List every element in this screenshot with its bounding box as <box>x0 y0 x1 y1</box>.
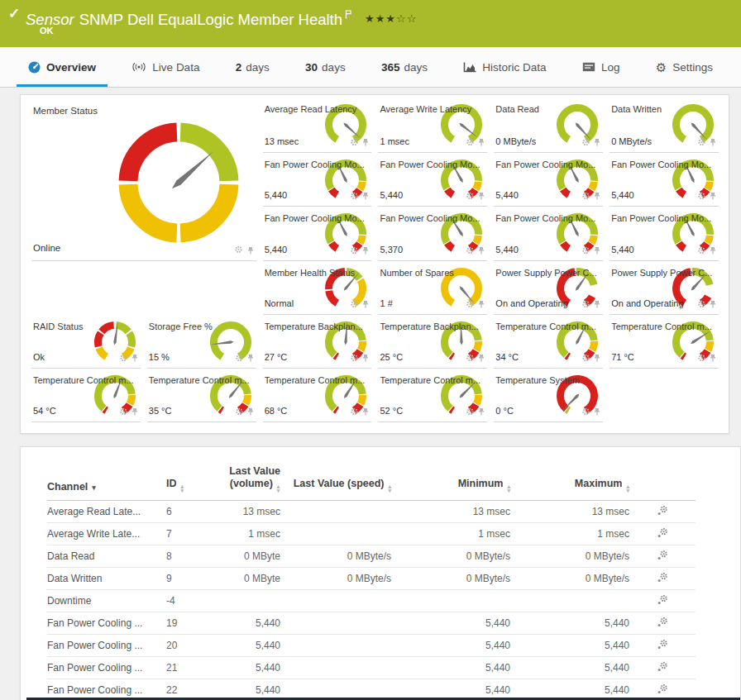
cell-channel[interactable]: Fan Power Cooling ... <box>47 635 166 657</box>
cell-channel[interactable]: Data Read <box>47 545 166 568</box>
gear-icon[interactable] <box>581 136 590 150</box>
tab-2-days[interactable]: 2days <box>232 47 273 87</box>
pin-icon[interactable] <box>593 351 601 366</box>
gauge-tile-temp-control-3[interactable]: Temperature Control m...54 °C <box>31 369 141 422</box>
channel-settings-gear-icon[interactable] <box>657 641 668 653</box>
tab-historic-data[interactable]: Historic Data <box>460 47 549 87</box>
gauge-tile-member-status[interactable]: Member StatusOnline <box>31 98 256 261</box>
gear-icon[interactable] <box>350 351 359 366</box>
pin-icon[interactable] <box>593 405 601 420</box>
pin-icon[interactable] <box>709 244 717 259</box>
tab-log[interactable]: Log <box>579 47 624 87</box>
gauge-tile-temp-control-1[interactable]: Temperature Control m...34 °C <box>494 315 603 369</box>
channel-settings-gear-icon[interactable] <box>657 686 668 698</box>
cell-channel[interactable]: Data Written <box>47 568 166 590</box>
sort-desc-icon[interactable]: ▾ <box>92 483 96 492</box>
tab-live-data[interactable]: Live Data <box>128 47 203 87</box>
table-row[interactable]: Average Read Late...613 msec13 msec13 ms… <box>47 501 696 523</box>
gauge-tile-raid-status[interactable]: RAID StatusOk <box>31 315 141 369</box>
gear-icon[interactable] <box>350 136 359 150</box>
pin-icon[interactable] <box>709 189 717 204</box>
gauge-tile-temp-control-5[interactable]: Temperature Control m...68 °C <box>263 369 372 422</box>
cell-channel[interactable]: Average Read Late... <box>47 501 166 523</box>
pin-icon[interactable] <box>361 136 370 150</box>
table-row[interactable]: Fan Power Cooling ...205,4405,4405,440 <box>47 635 696 657</box>
table-row[interactable]: Data Written90 MByte0 MByte/s0 MByte/s0 … <box>47 568 696 590</box>
pin-icon[interactable] <box>131 405 139 420</box>
column-header-minimum[interactable]: Minimum▴▾ <box>391 460 510 501</box>
gauge-tile-temp-control-4[interactable]: Temperature Control m...35 °C <box>147 369 256 422</box>
gear-icon[interactable] <box>466 189 475 204</box>
pin-icon[interactable] <box>477 298 485 312</box>
pin-icon[interactable] <box>131 351 139 366</box>
gear-icon[interactable] <box>581 298 590 312</box>
table-row[interactable]: Data Read80 MByte0 MByte/s0 MByte/s0 MBy… <box>47 545 696 568</box>
gauge-tile-fan-1[interactable]: Fan Power Cooling Mo...5,440 <box>263 153 372 207</box>
gear-icon[interactable] <box>119 351 128 366</box>
gauge-tile-storage-free[interactable]: Storage Free %15 % <box>147 315 256 369</box>
gear-icon[interactable] <box>350 298 359 312</box>
cell-channel[interactable]: Downtime <box>47 590 166 612</box>
cell-channel[interactable]: Fan Power Cooling ... <box>47 612 166 635</box>
gear-icon[interactable] <box>466 136 475 150</box>
gauge-tile-temp-control-2[interactable]: Temperature Control m...71 °C <box>610 315 719 369</box>
gauge-tile-fan-3[interactable]: Fan Power Cooling Mo...5,440 <box>494 153 603 207</box>
table-row[interactable]: Average Write Late...71 msec1 msec1 msec <box>47 523 696 545</box>
gear-icon[interactable] <box>350 405 359 420</box>
sort-arrows-icon[interactable]: ▴▾ <box>507 485 510 493</box>
gear-icon[interactable] <box>697 298 706 312</box>
gear-icon[interactable] <box>119 405 128 420</box>
table-row[interactable]: Downtime-4 <box>47 590 696 612</box>
gauge-tile-avg-read-latency[interactable]: Average Read Latency13 msec <box>263 98 372 153</box>
tab-overview[interactable]: Overview <box>25 47 99 87</box>
gauge-tile-temp-backplane-2[interactable]: Temperature Backplan...25 °C <box>378 315 487 369</box>
gauge-tile-fan-6[interactable]: Fan Power Cooling Mo...5,370 <box>378 207 487 261</box>
gear-icon[interactable] <box>581 189 590 204</box>
cell-channel[interactable]: Average Write Late... <box>47 523 166 545</box>
gear-icon[interactable] <box>350 189 359 204</box>
gear-icon[interactable] <box>697 244 706 259</box>
pin-icon[interactable] <box>709 136 717 150</box>
table-row[interactable]: Fan Power Cooling ...195,4405,4405,440 <box>47 612 696 635</box>
gauge-tile-avg-write-latency[interactable]: Average Write Latency1 msec <box>378 98 487 153</box>
gauge-tile-fan-5[interactable]: Fan Power Cooling Mo...5,440 <box>263 207 372 261</box>
channel-settings-gear-icon[interactable] <box>657 619 668 631</box>
pin-icon[interactable] <box>246 351 255 366</box>
cell-channel[interactable]: Fan Power Cooling ... <box>47 657 166 679</box>
sort-arrows-icon[interactable]: ▴▾ <box>626 485 629 493</box>
column-header-id[interactable]: ID▴▾ <box>166 460 216 501</box>
column-header-channel[interactable]: Channel▾ <box>47 460 166 501</box>
gauge-tile-fan-7[interactable]: Fan Power Cooling Mo...5,440 <box>494 207 603 261</box>
gauge-tile-data-written[interactable]: Data Written0 MByte/s <box>610 98 719 153</box>
gear-icon[interactable] <box>233 244 244 259</box>
gauge-tile-fan-2[interactable]: Fan Power Cooling Mo...5,440 <box>378 153 487 207</box>
channel-settings-gear-icon[interactable] <box>657 664 668 675</box>
sort-arrows-icon[interactable]: ▴▾ <box>388 485 391 493</box>
pin-icon[interactable] <box>593 298 601 312</box>
pin-icon[interactable] <box>361 298 370 312</box>
pin-icon[interactable] <box>593 189 601 204</box>
pin-icon[interactable] <box>593 136 601 150</box>
channel-settings-gear-icon[interactable] <box>657 530 668 541</box>
gear-icon[interactable] <box>350 244 359 259</box>
gear-icon[interactable] <box>581 244 590 259</box>
gauge-tile-psu-1[interactable]: Power Supply Power C...On and Operating <box>494 261 603 315</box>
gauge-tile-psu-2[interactable]: Power Supply Power C...On and Operating <box>610 261 719 315</box>
channel-settings-gear-icon[interactable] <box>657 574 668 586</box>
pin-icon[interactable] <box>593 244 601 259</box>
pin-icon[interactable] <box>361 351 370 366</box>
pin-icon[interactable] <box>477 189 485 204</box>
gear-icon[interactable] <box>466 244 475 259</box>
gear-icon[interactable] <box>697 189 706 204</box>
pin-icon[interactable] <box>246 244 255 259</box>
gauge-tile-fan-4[interactable]: Fan Power Cooling Mo...5,440 <box>610 153 719 207</box>
pin-icon[interactable] <box>361 244 370 259</box>
pin-icon[interactable] <box>361 189 370 204</box>
gear-icon[interactable] <box>466 298 475 312</box>
tab-365-days[interactable]: 365days <box>378 47 431 87</box>
pin-icon[interactable] <box>361 405 370 420</box>
gauge-tile-data-read[interactable]: Data Read0 MByte/s <box>494 98 603 153</box>
gauge-tile-member-health[interactable]: Member Health StatusNormal <box>263 261 372 315</box>
gear-icon[interactable] <box>697 136 706 150</box>
column-header-maximum[interactable]: Maximum▴▾ <box>510 460 629 501</box>
